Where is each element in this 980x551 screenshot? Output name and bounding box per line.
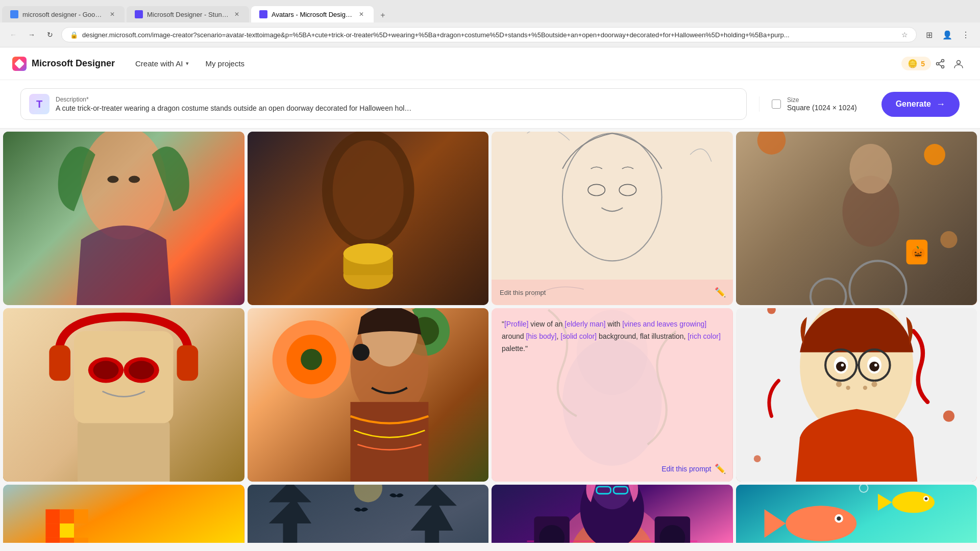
- tab-google[interactable]: microsoft designer - Google Se... ✕: [2, 6, 125, 22]
- gallery-item-4[interactable]: 🎃: [736, 132, 977, 305]
- gallery-row-2: "[Profile] view of an [elderly man] with…: [3, 308, 977, 482]
- reload-button[interactable]: ↻: [43, 28, 57, 42]
- coin-badge[interactable]: 🪙 5: [901, 57, 931, 70]
- gallery-item-2[interactable]: [248, 132, 489, 305]
- vines-text-5: background, flat illustration,: [597, 332, 688, 340]
- gallery-image-12: [736, 485, 977, 543]
- gallery-item-7[interactable]: "[Profile] view of an [elderly man] with…: [492, 308, 733, 482]
- gallery-item-12[interactable]: [736, 485, 977, 543]
- tab-avatars[interactable]: Avatars - Microsoft Designer ✕: [251, 6, 374, 22]
- nav-my-projects-label: My projects: [205, 59, 244, 68]
- coin-count: 5: [921, 60, 925, 68]
- edit-prompt-text-3: Edit this prompt: [500, 289, 546, 296]
- share-button[interactable]: [931, 55, 949, 73]
- svg-text:🎃: 🎃: [911, 245, 925, 259]
- logo-area[interactable]: Microsoft Designer: [12, 57, 115, 71]
- address-bar[interactable]: 🔒 designer.microsoft.com/image-creator?s…: [61, 27, 917, 42]
- nav-my-projects[interactable]: My projects: [197, 55, 253, 72]
- logo-diamond: [14, 59, 24, 69]
- vines-tag-profile: [Profile]: [504, 320, 528, 328]
- tab-close-google[interactable]: ✕: [108, 10, 116, 18]
- svg-point-70: [841, 364, 844, 367]
- svg-point-105: [924, 497, 927, 500]
- nav-create-with-ai[interactable]: Create with AI ▾: [127, 55, 197, 72]
- logo-icon: [12, 57, 27, 71]
- extensions-button[interactable]: ⊞: [921, 27, 937, 43]
- svg-point-65: [871, 382, 877, 387]
- account-button[interactable]: [949, 55, 968, 73]
- tab-label-designer: Microsoft Designer - Stunning...: [147, 11, 229, 18]
- edit-prompt-icon-3[interactable]: ✏️: [715, 287, 726, 298]
- prompt-content: Description* A cute trick-or-treater wea…: [56, 96, 738, 112]
- tab-favicon-avatars: [259, 10, 267, 18]
- svg-point-15: [343, 243, 393, 265]
- svg-rect-38: [49, 345, 70, 381]
- prompt-type-icon: T: [29, 94, 50, 114]
- generate-arrow-icon: →: [936, 99, 945, 110]
- generate-button[interactable]: Generate →: [881, 92, 960, 117]
- gallery-item-8[interactable]: [736, 308, 977, 482]
- svg-line-3: [939, 61, 942, 63]
- svg-point-23: [940, 231, 957, 248]
- edit-prompt-link-7[interactable]: Edit this prompt ✏️: [662, 463, 725, 474]
- address-bar-row: ← → ↻ 🔒 designer.microsoft.com/image-cre…: [0, 22, 980, 47]
- size-label: Size: [787, 96, 857, 104]
- gallery-item-3[interactable]: Edit this prompt ✏️: [492, 132, 733, 305]
- gallery-image-4: 🎃: [736, 132, 977, 305]
- bookmark-icon[interactable]: ☆: [901, 31, 908, 39]
- gallery-section: Edit this prompt ✏️: [0, 129, 980, 543]
- profile-button[interactable]: 👤: [939, 27, 955, 43]
- svg-point-1: [942, 65, 944, 68]
- svg-point-12: [332, 140, 403, 240]
- vines-text-6: palette.": [502, 344, 528, 353]
- gallery-item-10[interactable]: [248, 485, 489, 543]
- gallery-item-5[interactable]: [3, 308, 244, 482]
- svg-point-37: [129, 361, 154, 379]
- edit-prompt-overlay-3: Edit this prompt ✏️: [492, 280, 733, 305]
- prompt-text: A cute trick-or-treater wearing a dragon…: [56, 104, 413, 112]
- size-info: Size Square (1024 × 1024): [787, 96, 857, 112]
- gallery-item-1[interactable]: [3, 132, 244, 305]
- svg-point-8: [107, 176, 118, 183]
- prompt-input-area[interactable]: T Description* A cute trick-or-treater w…: [20, 88, 747, 120]
- gallery-item-11[interactable]: [492, 485, 733, 543]
- size-checkbox[interactable]: [772, 99, 781, 109]
- tab-favicon-google: [10, 10, 18, 18]
- gallery-item-9[interactable]: [3, 485, 244, 543]
- svg-rect-32: [78, 420, 170, 482]
- vines-prompt-overlay: "[Profile] view of an [elderly man] with…: [492, 308, 733, 482]
- vines-tag-elderly: [elderly man]: [565, 320, 605, 328]
- forward-button[interactable]: →: [24, 28, 39, 42]
- tab-close-avatars[interactable]: ✕: [357, 10, 365, 18]
- back-button[interactable]: ←: [6, 28, 20, 42]
- svg-point-57: [753, 455, 761, 462]
- svg-point-22: [924, 144, 945, 165]
- edit-prompt-label-7: Edit this prompt: [662, 465, 711, 473]
- svg-rect-33: [74, 331, 174, 423]
- svg-point-68: [836, 362, 845, 371]
- gallery-item-6[interactable]: [248, 308, 489, 482]
- tab-label-avatars: Avatars - Microsoft Designer: [272, 11, 353, 18]
- generate-label: Generate: [896, 99, 931, 109]
- vines-tag-vines: [vines and leaves growing]: [622, 320, 706, 328]
- svg-point-56: [943, 411, 954, 422]
- svg-point-71: [874, 364, 877, 367]
- gallery-image-5: [3, 308, 244, 482]
- prompt-label: Description*: [56, 96, 738, 103]
- menu-button[interactable]: ⋮: [958, 27, 974, 43]
- gallery-image-10: [248, 485, 489, 543]
- account-icon: [953, 58, 964, 69]
- gallery-image-8: [736, 308, 977, 482]
- prompt-bar: T Description* A cute trick-or-treater w…: [0, 80, 980, 129]
- browser-chrome: microsoft designer - Google Se... ✕ Micr…: [0, 0, 980, 47]
- share-icon: [935, 59, 945, 69]
- svg-point-100: [786, 506, 856, 541]
- svg-point-48: [352, 344, 369, 361]
- svg-point-103: [892, 492, 934, 513]
- tab-designer[interactable]: Microsoft Designer - Stunning... ✕: [127, 6, 249, 22]
- size-value: Square (1024 × 1024): [787, 104, 857, 112]
- new-tab-button[interactable]: +: [376, 8, 390, 22]
- svg-point-0: [942, 59, 944, 62]
- app-header: Microsoft Designer Create with AI ▾ My p…: [0, 47, 980, 80]
- tab-close-designer[interactable]: ✕: [233, 10, 241, 18]
